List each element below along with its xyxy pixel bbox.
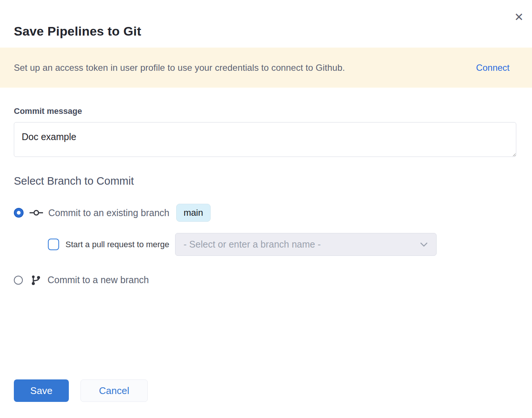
pull-request-checkbox[interactable] bbox=[48, 239, 59, 250]
merge-branch-placeholder: - Select or enter a branch name - bbox=[184, 239, 321, 250]
new-branch-option-row: Commit to a new branch bbox=[14, 275, 518, 285]
save-pipelines-dialog: ✕ Save Pipelines to Git Set up an access… bbox=[0, 24, 532, 39]
dialog-footer: Save Cancel bbox=[14, 379, 148, 402]
banner-message: Set up an access token in user profile t… bbox=[14, 63, 345, 73]
close-icon[interactable]: ✕ bbox=[512, 10, 526, 24]
new-branch-radio[interactable] bbox=[14, 276, 23, 285]
commit-message-input[interactable]: Doc example bbox=[14, 122, 516, 157]
existing-branch-label[interactable]: Commit to an existing branch bbox=[48, 208, 169, 218]
git-commit-icon bbox=[30, 208, 43, 218]
dialog-content: Commit message Doc example Select Branch… bbox=[0, 88, 532, 285]
pull-request-row: Start a pull request to merge - Select o… bbox=[48, 233, 518, 256]
connect-link[interactable]: Connect bbox=[476, 63, 510, 73]
chevron-down-icon bbox=[420, 242, 428, 247]
existing-branch-option-row: Commit to an existing branch main bbox=[14, 204, 518, 222]
select-branch-heading: Select Branch to Commit bbox=[14, 175, 518, 187]
branch-name-badge: main bbox=[176, 204, 211, 222]
access-token-banner: Set up an access token in user profile t… bbox=[0, 48, 532, 88]
commit-message-label: Commit message bbox=[14, 106, 518, 116]
git-branch-icon bbox=[29, 275, 42, 285]
save-button[interactable]: Save bbox=[14, 379, 69, 402]
cancel-button[interactable]: Cancel bbox=[80, 379, 148, 402]
existing-branch-radio[interactable] bbox=[14, 208, 24, 218]
dialog-title: Save Pipelines to Git bbox=[14, 24, 532, 39]
merge-branch-select[interactable]: - Select or enter a branch name - bbox=[175, 233, 437, 256]
new-branch-label[interactable]: Commit to a new branch bbox=[48, 275, 149, 285]
pull-request-label[interactable]: Start a pull request to merge bbox=[65, 240, 169, 249]
